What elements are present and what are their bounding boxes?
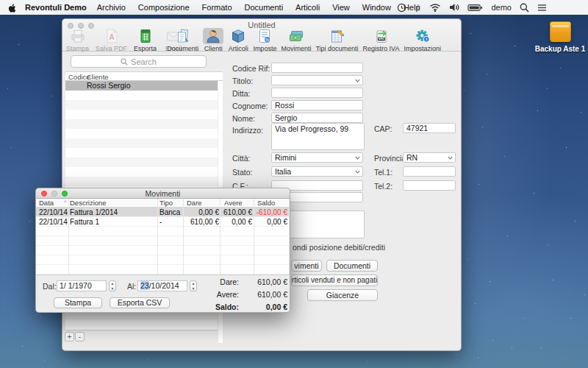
movimento-row-empty[interactable] — [36, 246, 290, 255]
client-row-empty[interactable] — [65, 158, 223, 167]
movimenti-titlebar[interactable]: Movimenti — [36, 188, 290, 199]
toolbar-salva-pdf-button[interactable]: ASalva PDF — [96, 28, 127, 52]
ditta-field[interactable] — [271, 88, 363, 98]
movimento-row[interactable]: 22/10/14Fattura 1-610,00 €0,00 €0,00 € — [36, 217, 290, 227]
time-machine-icon[interactable] — [397, 3, 406, 13]
client-row-empty[interactable] — [65, 177, 223, 186]
add-client-button[interactable]: + — [65, 332, 74, 342]
movimento-row-empty[interactable] — [36, 236, 290, 246]
doc-types-icon — [327, 28, 348, 44]
remove-client-button[interactable]: - — [75, 332, 85, 342]
main-window-titlebar[interactable]: Untitled StampaASalva PDFEsportaEmail Do… — [62, 19, 461, 52]
desktop-background: Revontuli Demo ArchivioComposizioneForma… — [0, 0, 588, 368]
movimento-row-empty[interactable] — [36, 227, 290, 236]
client-row-selected[interactable]: Rossi Sergio — [65, 81, 223, 91]
cognome-field[interactable]: Rossi — [271, 100, 363, 110]
svg-text:A: A — [109, 33, 114, 41]
column-header-descrizione[interactable]: Descrizione — [70, 199, 107, 207]
taxes-icon: % — [254, 28, 275, 44]
printer-icon — [68, 28, 88, 44]
toolbar-impostazioni-button[interactable]: iImpostazioni — [404, 28, 441, 52]
menu-items: ArchivioComposizioneFormatoDocumentiArti… — [97, 3, 420, 12]
client-row-empty[interactable] — [65, 167, 223, 177]
column-header-dare[interactable]: Dare — [187, 199, 202, 207]
toolbar-label: Movimenti — [281, 45, 311, 52]
clients-table-header[interactable]: Codice Cliente — [65, 71, 223, 81]
movimento-row-empty[interactable] — [36, 265, 290, 275]
toolbar-tipi-documenti-button[interactable]: Tipi documenti — [315, 28, 358, 52]
total-saldo: Saldo:0,00 € — [36, 302, 290, 312]
client-row-empty[interactable] — [65, 129, 223, 138]
desktop-drive-item[interactable]: Backup Aste 1 — [534, 21, 587, 53]
toolbar-articoli-button[interactable]: Articoli — [228, 28, 248, 52]
movimento-row[interactable]: 22/10/14Fattura 1/2014Banca0,00 €610,00 … — [36, 208, 290, 217]
codice-rif-field[interactable] — [271, 63, 363, 73]
giacenze-button[interactable]: Giacenze — [307, 289, 378, 301]
cell-tipo: - — [159, 218, 162, 226]
search-icon — [121, 58, 128, 66]
documents-icon — [173, 28, 193, 44]
apple-menu[interactable] — [7, 2, 16, 13]
column-header-cliente[interactable]: Cliente — [87, 73, 109, 81]
menu-view[interactable]: View — [332, 3, 350, 12]
movimenti-table-header[interactable]: DataDescrizioneTipoDareAvereSaldo^ — [36, 199, 290, 208]
menu-composizione[interactable]: Composizione — [138, 3, 190, 12]
toolbar-registro-iva-button[interactable]: VATRegistro IVA — [363, 28, 400, 52]
toolbar-clienti-button[interactable]: Clienti — [203, 28, 223, 52]
toolbar-label: Tipi documenti — [315, 45, 358, 52]
client-row-empty[interactable] — [65, 100, 223, 110]
provincia-select[interactable]: RN — [403, 152, 456, 163]
stato-select[interactable]: Italia — [271, 166, 363, 177]
movimento-row-empty[interactable] — [36, 255, 290, 265]
app-menu-title[interactable]: Revontuli Demo — [25, 3, 87, 12]
menu-formato[interactable]: Formato — [202, 3, 232, 12]
client-row-empty[interactable] — [65, 320, 223, 330]
toolbar-documenti-button[interactable]: Documenti — [167, 28, 198, 52]
client-row-empty[interactable] — [65, 91, 223, 100]
cell-dare: 610,00 € — [183, 218, 219, 226]
column-header-data[interactable]: Data — [39, 199, 54, 207]
chevron-down-icon — [355, 169, 360, 174]
citta-label: Città: — [232, 154, 251, 163]
titolo-label: Titolo: — [232, 77, 253, 85]
battery-icon[interactable] — [467, 4, 483, 12]
documenti-button[interactable]: Documenti — [326, 260, 378, 272]
client-row-empty[interactable] — [65, 110, 223, 119]
indirizzo-textarea[interactable]: Via del Progresso, 99 — [271, 123, 365, 150]
menu-archivio[interactable]: Archivio — [97, 3, 126, 12]
citta-select[interactable]: Rimini — [271, 152, 363, 163]
toolbar-stampa-button[interactable]: Stampa — [66, 28, 89, 52]
indirizzo-label: Indirizzo: — [232, 126, 263, 135]
search-input[interactable]: Search — [71, 55, 207, 68]
user-menu[interactable]: demo — [491, 3, 512, 12]
codice-rif-label: Codice Rif: — [232, 64, 270, 73]
toolbar-movimenti-button[interactable]: Movimenti — [281, 28, 311, 52]
toolbar-label: Stampa — [66, 45, 89, 52]
client-row-empty[interactable] — [65, 119, 223, 129]
client-row-empty[interactable] — [65, 148, 223, 158]
notification-center-icon[interactable] — [537, 4, 547, 12]
menu-documenti[interactable]: Documenti — [245, 3, 284, 12]
menu-window[interactable]: Window — [362, 3, 391, 12]
wifi-icon[interactable] — [429, 3, 441, 12]
volume-icon[interactable] — [449, 3, 459, 12]
toolbar-esporta-button[interactable]: Esporta — [134, 28, 157, 52]
column-header-tipo[interactable]: Tipo — [159, 199, 173, 207]
cap-field[interactable]: 47921 — [403, 123, 456, 133]
movimenti-button[interactable]: vimenti — [291, 260, 322, 272]
menu-articoli[interactable]: Articoli — [295, 3, 320, 12]
toolbar-imposte-button[interactable]: %Imposte — [253, 28, 276, 52]
articoli-venduti-button[interactable]: rticoli venduti e non pagati — [291, 275, 378, 286]
nome-field[interactable]: Sergio — [271, 113, 363, 123]
column-header-avere[interactable]: Avere — [224, 199, 243, 207]
tel2-field[interactable] — [403, 180, 456, 191]
client-row-empty[interactable] — [65, 138, 223, 148]
titolo-select[interactable] — [271, 75, 363, 85]
window-title: Movimenti — [36, 189, 290, 198]
tel1-field[interactable] — [403, 166, 456, 177]
spotlight-search-icon[interactable] — [520, 3, 529, 13]
tel1-label: Tel.1: — [374, 168, 392, 177]
column-header-saldo[interactable]: Saldo — [257, 199, 275, 207]
bluetooth-icon[interactable] — [415, 3, 421, 13]
cell-dare: 0,00 € — [183, 208, 219, 216]
